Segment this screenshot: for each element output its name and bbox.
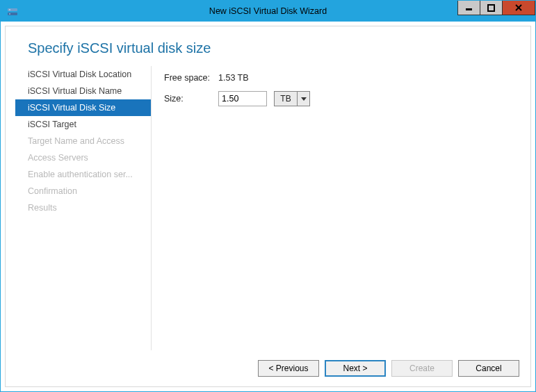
svg-rect-3 (9, 10, 10, 10)
footer: < Previous Next > Create Cancel (6, 350, 530, 386)
maximize-icon (487, 4, 495, 12)
step-confirmation: Confirmation (15, 183, 151, 199)
main-area: iSCSI Virtual Disk Location iSCSI Virtua… (6, 66, 530, 350)
wizard-window: New iSCSI Virtual Disk Wizard Specify iS… (0, 0, 536, 392)
chevron-down-icon (301, 97, 307, 101)
step-target-name: Target Name and Access (15, 133, 151, 149)
wizard-body: Specify iSCSI virtual disk size iSCSI Vi… (5, 26, 531, 387)
app-icon (6, 5, 19, 17)
svg-rect-5 (488, 5, 494, 11)
free-space-label: Free space: (164, 73, 218, 83)
svg-rect-1 (9, 14, 10, 15)
titlebar: New iSCSI Virtual Disk Wizard (1, 1, 535, 22)
cancel-button[interactable]: Cancel (458, 360, 519, 377)
close-icon (514, 3, 523, 12)
wizard-steps: iSCSI Virtual Disk Location iSCSI Virtua… (6, 66, 152, 350)
window-controls (457, 1, 535, 15)
step-access-servers: Access Servers (15, 149, 151, 166)
close-button[interactable] (502, 1, 535, 15)
step-results: Results (15, 199, 151, 216)
content-pane: Free space: 1.53 TB Size: TB (152, 66, 530, 350)
minimize-button[interactable] (457, 1, 480, 15)
window-title: New iSCSI Virtual Disk Wizard (209, 6, 327, 16)
step-enable-auth: Enable authentication ser... (15, 166, 151, 183)
step-disk-location[interactable]: iSCSI Virtual Disk Location (15, 66, 151, 83)
size-unit-value: TB (274, 91, 298, 106)
free-space-value: 1.53 TB (218, 73, 249, 83)
size-unit-dropdown[interactable] (298, 91, 310, 106)
next-button[interactable]: Next > (325, 360, 386, 377)
step-disk-name[interactable]: iSCSI Virtual Disk Name (15, 83, 151, 99)
minimize-icon (465, 4, 473, 12)
create-button: Create (391, 360, 453, 377)
previous-button[interactable]: < Previous (258, 360, 319, 377)
svg-rect-4 (466, 8, 472, 10)
maximize-button[interactable] (480, 1, 502, 15)
size-label: Size: (164, 94, 218, 104)
step-disk-size[interactable]: iSCSI Virtual Disk Size (15, 99, 151, 116)
size-input[interactable] (218, 91, 267, 106)
step-iscsi-target[interactable]: iSCSI Target (15, 116, 151, 133)
free-space-row: Free space: 1.53 TB (164, 68, 530, 88)
size-row: Size: TB (164, 89, 530, 108)
size-unit-combo[interactable]: TB (274, 91, 310, 106)
page-title: Specify iSCSI virtual disk size (6, 26, 530, 66)
